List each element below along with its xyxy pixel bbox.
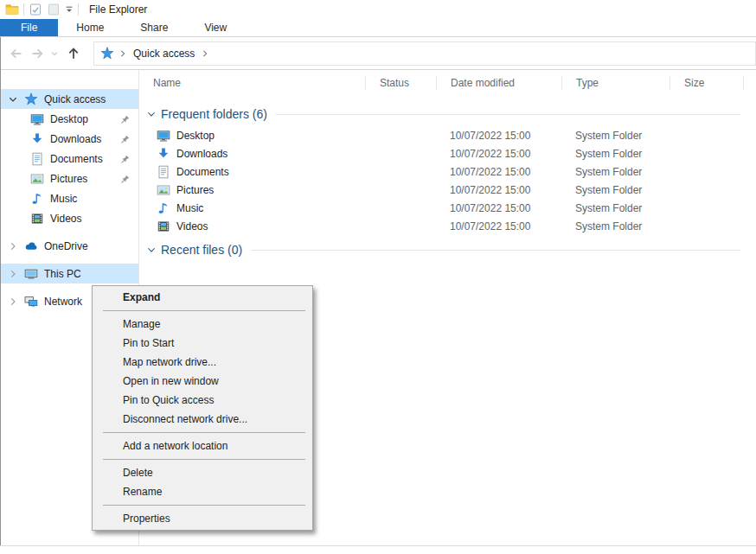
column-header-date-modified[interactable]: Date modified xyxy=(437,70,562,96)
sidebar-item-desktop[interactable]: Desktop xyxy=(0,109,138,129)
downloads-icon xyxy=(157,147,170,161)
breadcrumb-chevron-icon[interactable] xyxy=(117,48,129,60)
status-cell xyxy=(366,144,437,162)
status-cell xyxy=(366,126,437,144)
status-cell xyxy=(366,181,437,199)
this-pc-icon xyxy=(24,267,38,281)
column-header-status[interactable]: Status xyxy=(366,70,437,96)
group-header-rule xyxy=(276,114,740,115)
column-headers: NameStatusDate modifiedTypeSize xyxy=(139,70,756,96)
file-name: Videos xyxy=(176,220,208,232)
file-name: Pictures xyxy=(176,184,214,196)
context-menu-item-pin-to-start[interactable]: Pin to Start xyxy=(93,334,312,353)
sidebar-item-label: Network xyxy=(44,296,82,308)
sidebar-item-onedrive[interactable]: OneDrive xyxy=(0,236,138,256)
context-menu-item-expand[interactable]: Expand xyxy=(93,288,312,307)
chevron-spacer xyxy=(7,213,19,225)
context-menu-item-add-a-network-location[interactable]: Add a network location xyxy=(93,436,312,455)
chevron-right-icon[interactable] xyxy=(7,296,19,308)
chevron-spacer xyxy=(7,153,19,165)
size-cell xyxy=(670,217,744,235)
status-cell xyxy=(366,199,437,217)
chevron-right-icon[interactable] xyxy=(7,268,19,280)
window-bottom-border xyxy=(0,545,756,546)
status-cell xyxy=(366,162,437,181)
file-row-documents[interactable]: Documents10/07/2022 15:00System Folder xyxy=(139,162,756,181)
back-icon[interactable] xyxy=(9,46,24,61)
new-folder-icon[interactable] xyxy=(47,3,61,16)
context-menu-item-open-in-new-window[interactable]: Open in new window xyxy=(93,372,312,391)
column-header-label: Status xyxy=(380,77,409,89)
type-cell: System Folder xyxy=(562,144,670,162)
name-cell: Downloads xyxy=(139,144,366,162)
sidebar-item-documents[interactable]: Documents xyxy=(0,149,138,169)
context-menu-item-disconnect-network-drive[interactable]: Disconnect network drive... xyxy=(93,410,312,429)
context-menu: ExpandManagePin to StartMap network driv… xyxy=(92,285,313,531)
column-header-type[interactable]: Type xyxy=(562,70,670,96)
downloads-icon xyxy=(30,132,44,146)
file-row-videos[interactable]: Videos10/07/2022 15:00System Folder xyxy=(139,217,756,235)
tab-file[interactable]: File xyxy=(0,19,58,36)
type-cell: System Folder xyxy=(562,181,670,199)
file-list: Frequent folders (6)Desktop10/07/2022 15… xyxy=(139,106,756,258)
breadcrumb-item[interactable]: Quick access xyxy=(131,48,196,60)
documents-icon xyxy=(157,165,170,179)
pin-icon xyxy=(120,134,131,144)
pictures-icon xyxy=(30,172,44,186)
chevron-down-icon xyxy=(145,244,157,256)
column-header-label: Type xyxy=(576,77,599,89)
context-menu-item-rename[interactable]: Rename xyxy=(93,482,312,501)
properties-icon[interactable] xyxy=(29,3,42,16)
file-row-desktop[interactable]: Desktop10/07/2022 15:00System Folder xyxy=(139,126,756,144)
customize-toolbar-caret-icon[interactable] xyxy=(65,5,74,14)
file-row-downloads[interactable]: Downloads10/07/2022 15:00System Folder xyxy=(139,144,756,162)
sidebar-item-label: Downloads xyxy=(50,133,101,145)
forward-icon[interactable] xyxy=(29,46,45,61)
status-cell xyxy=(366,217,437,235)
context-menu-item-pin-to-quick-access[interactable]: Pin to Quick access xyxy=(93,391,312,410)
group-header-frequent-folders-6[interactable]: Frequent folders (6) xyxy=(139,106,756,122)
up-icon[interactable] xyxy=(66,46,81,61)
type-cell: System Folder xyxy=(562,162,670,181)
address-bar[interactable]: Quick access xyxy=(93,41,756,66)
context-menu-item-delete[interactable]: Delete xyxy=(93,463,312,482)
context-menu-item-properties[interactable]: Properties xyxy=(93,509,312,528)
chevron-down-icon xyxy=(145,108,157,120)
sidebar-item-downloads[interactable]: Downloads xyxy=(0,129,138,149)
group-header-label: Frequent folders (6) xyxy=(161,107,267,121)
file-name: Music xyxy=(176,202,203,214)
sidebar-item-music[interactable]: Music xyxy=(0,188,138,208)
sidebar-item-pictures[interactable]: Pictures xyxy=(0,169,138,188)
type-cell: System Folder xyxy=(562,199,670,217)
tab-share[interactable]: Share xyxy=(122,19,186,36)
context-menu-separator xyxy=(103,432,305,433)
file-row-music[interactable]: Music10/07/2022 15:00System Folder xyxy=(139,199,756,217)
group-header-recent-files-0[interactable]: Recent files (0) xyxy=(139,242,756,258)
column-header-label: Date modified xyxy=(451,77,515,89)
sidebar-item-this-pc[interactable]: This PC xyxy=(0,264,138,283)
sidebar-item-videos[interactable]: Videos xyxy=(0,208,138,228)
titlebar[interactable]: File Explorer xyxy=(0,0,756,19)
size-cell xyxy=(670,199,744,217)
ribbon-tabs: FileHomeShareView xyxy=(0,19,756,37)
recent-locations-caret-icon[interactable] xyxy=(50,49,59,58)
date-modified-cell: 10/07/2022 15:00 xyxy=(437,181,562,199)
chevron-right-icon[interactable] xyxy=(7,240,19,252)
group-header-label: Recent files (0) xyxy=(161,243,242,257)
context-menu-item-map-network-drive[interactable]: Map network drive... xyxy=(93,353,312,372)
sidebar-item-label: OneDrive xyxy=(44,240,88,252)
breadcrumb-chevron-icon[interactable] xyxy=(199,48,211,60)
titlebar-separator xyxy=(23,3,24,16)
context-menu-item-manage[interactable]: Manage xyxy=(93,315,312,334)
date-modified-cell: 10/07/2022 15:00 xyxy=(437,144,562,162)
name-cell: Desktop xyxy=(139,126,366,144)
explorer-folder-icon xyxy=(5,3,19,16)
tab-home[interactable]: Home xyxy=(58,19,122,36)
sidebar-item-quick-access[interactable]: Quick access xyxy=(0,89,138,109)
chevron-spacer xyxy=(7,193,19,205)
column-header-size[interactable]: Size xyxy=(670,70,744,96)
chevron-down-icon[interactable] xyxy=(7,93,19,105)
tab-view[interactable]: View xyxy=(186,19,245,36)
file-row-pictures[interactable]: Pictures10/07/2022 15:00System Folder xyxy=(139,181,756,199)
column-header-name[interactable]: Name xyxy=(139,70,366,96)
